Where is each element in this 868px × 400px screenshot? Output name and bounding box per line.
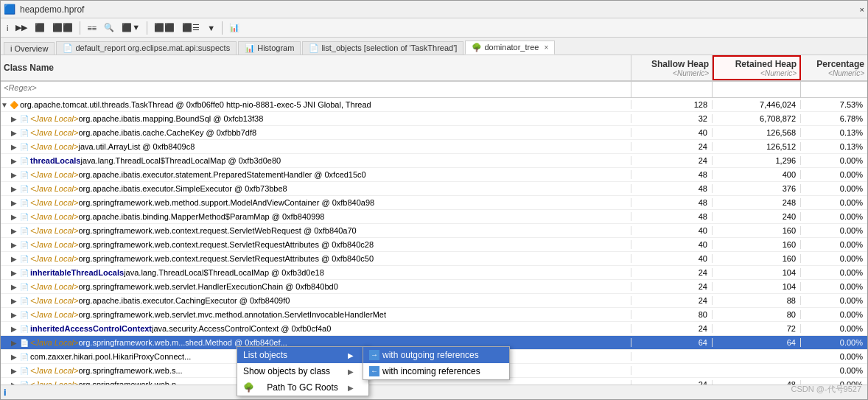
col-header-percent[interactable]: Percentage <Numeric> <box>801 55 867 80</box>
sub-menu-item-incoming[interactable]: ← with incoming references <box>363 363 509 379</box>
toolbar-grid-btn[interactable]: ⬛⬛ <box>49 21 76 34</box>
table-row[interactable]: ▶📄<Java Local> org.springframework.web.s… <box>1 308 867 322</box>
expand-button[interactable]: ▶ <box>11 227 20 235</box>
table-row[interactable]: ▶📄<Java Local> org.apache.ibatis.executo… <box>1 294 867 308</box>
row-icon: 📄 <box>20 325 29 333</box>
toolbar-info-btn[interactable]: i <box>4 22 11 34</box>
table-row[interactable]: ▶📄<Java Local> java.util.ArrayList @ 0xf… <box>1 140 867 154</box>
table-row[interactable]: ▶📄<Java Local> org.springframework.web.c… <box>1 238 867 252</box>
expand-button[interactable]: ▶ <box>11 283 20 291</box>
toolbar-layout-btn[interactable]: ≡≡ <box>84 22 99 34</box>
expand-button[interactable]: ▶ <box>11 213 20 221</box>
tab-dominator-tree-close[interactable]: × <box>544 43 548 52</box>
table-row[interactable]: ▶📄<Java Local> org.apache.ibatis.executo… <box>1 168 867 182</box>
title-bar-close[interactable]: × <box>860 5 864 14</box>
table-row[interactable]: ▶📄<Java Local> org.springframework.web.c… <box>1 224 867 238</box>
tab-default-report[interactable]: 📄 default_report org.eclipse.mat.api:sus… <box>56 41 237 55</box>
expand-button[interactable]: ▶ <box>11 297 20 305</box>
table-row[interactable]: ▶📄<Java Local> org.apache.ibatis.mapping… <box>1 112 867 126</box>
tab-histogram[interactable]: 📊 Histogram <box>238 41 301 55</box>
toolbar-stop-btn[interactable]: ⬛ <box>32 21 48 34</box>
column-headers: Class Name Shallow Heap <Numeric> Retain… <box>1 55 867 82</box>
expand-button[interactable]: ▶ <box>11 255 20 263</box>
row-icon: 📄 <box>20 157 29 165</box>
tab-histogram-label: Histogram <box>257 43 294 52</box>
cell-percent-0: 7.53% <box>801 100 867 109</box>
table-row[interactable]: ▶📄<Java Local> org.springframework.web.m… <box>1 196 867 210</box>
row-icon: 📄 <box>20 241 29 249</box>
expand-button[interactable]: ▼ <box>1 101 10 109</box>
context-menu: List objects ▶ Show objects by class ▶ 🌳… <box>237 346 369 396</box>
expand-button[interactable]: ▶ <box>11 339 20 347</box>
tabs-row: i Overview 📄 default_report org.eclipse.… <box>1 38 867 55</box>
toolbar-chart-btn[interactable]: 📊 <box>226 21 242 34</box>
filter-class-input[interactable] <box>4 83 628 92</box>
expand-button[interactable]: ▶ <box>11 353 20 361</box>
toolbar-filter-btn[interactable]: ⬛▼ <box>119 21 143 34</box>
menu-item-show-objects-arrow: ▶ <box>348 368 354 376</box>
cell-percent-5: 0.00% <box>801 170 867 179</box>
expand-button[interactable]: ▶ <box>11 129 20 137</box>
cell-shallow-6: 48 <box>631 184 713 193</box>
table-row[interactable]: ▶📄<Java Local> org.apache.ibatis.executo… <box>1 182 867 196</box>
java-local-tag: <Java Local> <box>30 184 78 193</box>
table-row[interactable]: ▶📄<Java Local> org.springframework.web.s… <box>1 280 867 294</box>
menu-item-show-objects[interactable]: Show objects by class ▶ <box>237 363 368 379</box>
filter-row <box>1 82 867 98</box>
sub-menu-item-outgoing[interactable]: → with outgoing references <box>363 347 509 363</box>
table-row[interactable]: ▶📄inheritableThreadLocals java.lang.Thre… <box>1 266 867 280</box>
tab-overview[interactable]: i Overview <box>4 42 55 55</box>
expand-button[interactable]: ▶ <box>11 171 20 179</box>
expand-button[interactable]: ▶ <box>11 157 20 165</box>
cell-shallow-0: 128 <box>631 100 713 109</box>
expand-button[interactable]: ▶ <box>11 367 20 375</box>
cell-percent-11: 0.00% <box>801 254 867 263</box>
table-row[interactable]: ▶📄threadLocals java.lang.ThreadLocal$Thr… <box>1 154 867 168</box>
expand-button[interactable]: ▶ <box>11 241 20 249</box>
toolbar-arrow-btn[interactable]: ▼ <box>204 22 218 34</box>
table-row[interactable]: ▶📄<Java Local> org.apache.ibatis.binding… <box>1 210 867 224</box>
expand-button[interactable]: ▶ <box>11 325 20 333</box>
expand-button[interactable]: ▶ <box>11 311 20 319</box>
cell-class-9: ▶📄<Java Local> org.springframework.web.c… <box>1 226 631 235</box>
expand-button[interactable]: ▶ <box>11 199 20 207</box>
tab-dominator-tree[interactable]: 🌳 dominator_tree × <box>465 41 555 55</box>
java-local-tag: <Java Local> <box>30 310 78 319</box>
row-class-text: org.apache.ibatis.cache.CacheKey @ 0xfbb… <box>78 128 256 137</box>
toolbar-compare-btn[interactable]: ⬛☰ <box>179 21 203 34</box>
toolbar-snapshot-btn[interactable]: ⬛⬛ <box>151 21 178 34</box>
tab-list-objects-icon: 📄 <box>309 43 321 52</box>
cell-class-7: ▶📄<Java Local> org.springframework.web.m… <box>1 198 631 207</box>
toolbar-search-btn[interactable]: 🔍 <box>101 21 117 34</box>
cell-shallow-16: 24 <box>631 324 713 333</box>
cell-percent-2: 0.13% <box>801 128 867 137</box>
col-header-shallow[interactable]: Shallow Heap <Numeric> <box>631 55 713 80</box>
sub-menu-item-outgoing-label: with outgoing references <box>382 350 479 360</box>
java-local-tag: <Java Local> <box>30 128 78 137</box>
watermark: CSDN @-代号9527 <box>791 384 861 395</box>
table-row[interactable]: ▶📄<Java Local> org.springframework.web.c… <box>1 252 867 266</box>
toolbar-sep-2 <box>147 21 147 35</box>
table-row[interactable]: ▶📄inheritedAccessControlContext java.sec… <box>1 322 867 336</box>
cell-retained-15: 80 <box>713 310 801 319</box>
expand-button[interactable]: ▶ <box>11 143 20 151</box>
col-header-retained[interactable]: Retained Heap <Numeric> <box>713 55 801 80</box>
cell-retained-0: 7,446,024 <box>713 100 801 109</box>
expand-button[interactable]: ▶ <box>11 185 20 193</box>
row-icon: 📄 <box>20 227 29 235</box>
sub-menu-item-incoming-label: with incoming references <box>382 366 480 376</box>
expand-button[interactable]: ▶ <box>11 115 20 123</box>
col-header-class[interactable]: Class Name <box>1 55 631 80</box>
table-row[interactable]: ▼🔶org.apache.tomcat.util.threads.TaskThr… <box>1 98 867 112</box>
cell-percent-19: 0.00% <box>801 366 867 375</box>
expand-button[interactable]: ▶ <box>11 269 20 277</box>
tab-list-objects[interactable]: 📄 list_objects [selection of 'TaskThread… <box>302 41 463 55</box>
menu-item-path-to-gc[interactable]: 🌳 Path To GC Roots ▶ <box>237 379 368 396</box>
menu-item-list-objects[interactable]: List objects ▶ <box>237 347 368 363</box>
row-icon: 📄 <box>20 213 29 221</box>
java-local-tag: <Java Local> <box>30 254 78 263</box>
table-row[interactable]: ▶📄<Java Local> org.apache.ibatis.cache.C… <box>1 126 867 140</box>
col-percent-sub: <Numeric> <box>828 69 864 77</box>
java-local-tag: <Java Local> <box>30 142 78 151</box>
toolbar-run-btn[interactable]: ▶▶ <box>13 21 30 34</box>
